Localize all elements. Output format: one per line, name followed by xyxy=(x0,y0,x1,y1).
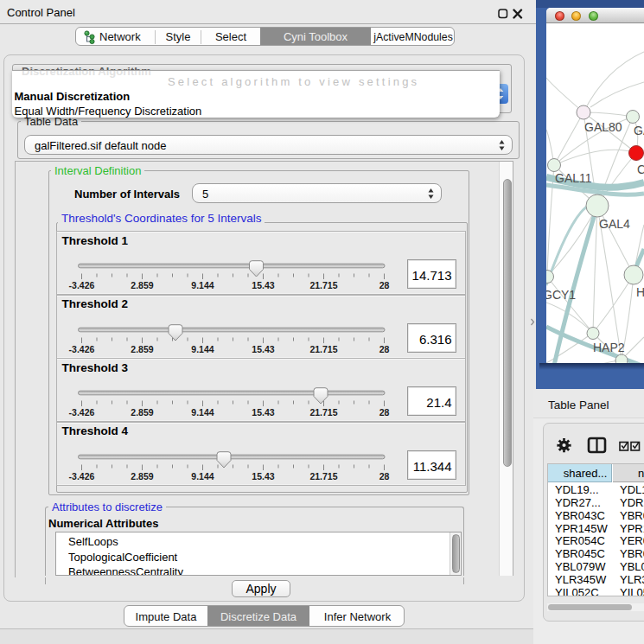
svg-text:-3.426: -3.426 xyxy=(68,471,94,481)
svg-text:21.715: 21.715 xyxy=(309,344,337,354)
svg-text:21.715: 21.715 xyxy=(309,471,337,481)
svg-text:28: 28 xyxy=(379,471,389,481)
svg-text:28: 28 xyxy=(379,280,389,290)
svg-text:GCY1: GCY1 xyxy=(546,288,576,302)
svg-text:-3.426: -3.426 xyxy=(68,280,94,290)
svg-text:28: 28 xyxy=(379,344,389,354)
svg-text:GAL11: GAL11 xyxy=(555,171,592,185)
svg-text:28: 28 xyxy=(379,407,389,418)
svg-text:HAP2: HAP2 xyxy=(593,341,625,354)
svg-text:9.144: 9.144 xyxy=(191,344,214,354)
svg-text:GAL80: GAL80 xyxy=(584,120,622,134)
svg-text:21.715: 21.715 xyxy=(309,280,337,290)
svg-text:9.144: 9.144 xyxy=(191,280,214,290)
svg-text:15.43: 15.43 xyxy=(252,471,274,481)
svg-text:15.43: 15.43 xyxy=(252,344,274,354)
svg-text:H: H xyxy=(636,285,644,299)
svg-text:9.144: 9.144 xyxy=(191,407,214,418)
svg-text:2.859: 2.859 xyxy=(131,280,153,290)
svg-text:2.859: 2.859 xyxy=(131,344,153,354)
svg-text:GAL4: GAL4 xyxy=(599,217,630,231)
svg-text:2.859: 2.859 xyxy=(131,471,153,481)
svg-text:-3.426: -3.426 xyxy=(68,344,94,354)
svg-text:C: C xyxy=(637,163,644,176)
svg-text:-3.426: -3.426 xyxy=(68,407,94,418)
svg-text:GA: GA xyxy=(634,124,644,137)
svg-text:21.715: 21.715 xyxy=(309,407,337,418)
svg-text:15.43: 15.43 xyxy=(252,407,274,418)
svg-text:2.859: 2.859 xyxy=(131,407,153,418)
svg-text:9.144: 9.144 xyxy=(191,471,214,481)
svg-text:15.43: 15.43 xyxy=(252,280,274,290)
